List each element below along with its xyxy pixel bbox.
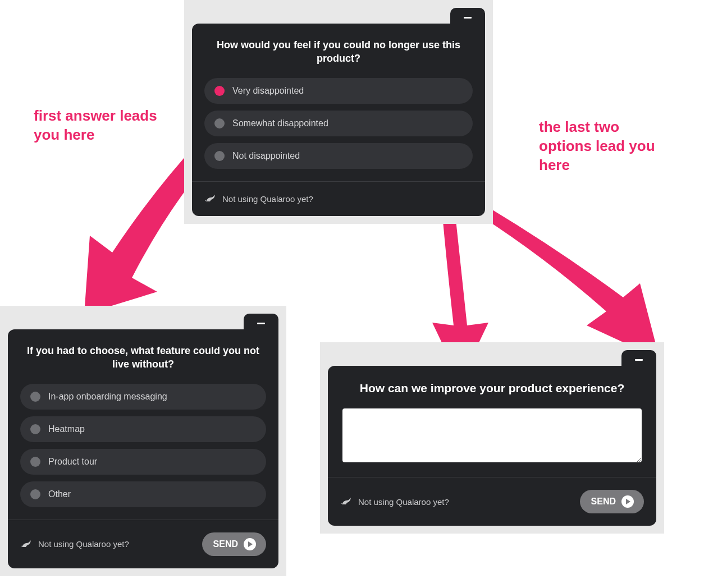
send-button[interactable]: SEND bbox=[202, 532, 266, 556]
option-label: Somewhat disappointed bbox=[232, 118, 328, 128]
option-not-disappointed[interactable]: Not disappointed bbox=[204, 143, 473, 169]
radio-icon bbox=[30, 489, 40, 499]
annotation-right-line1: the last two options lead you here bbox=[539, 118, 655, 173]
response-textarea[interactable] bbox=[342, 408, 642, 462]
footer-prompt[interactable]: Not using Qualaroo yet? bbox=[340, 497, 449, 507]
minimize-icon bbox=[257, 323, 265, 324]
option-label: Very disappointed bbox=[232, 86, 304, 96]
minimize-button[interactable] bbox=[450, 8, 485, 27]
footer-prompt-text: Not using Qualaroo yet? bbox=[358, 497, 449, 507]
survey-bottom-right-wrap: How can we improve your product experien… bbox=[320, 342, 664, 534]
option-product-tour[interactable]: Product tour bbox=[20, 449, 266, 475]
footer-prompt[interactable]: Not using Qualaroo yet? bbox=[20, 539, 129, 549]
survey-bottom-left-footer: Not using Qualaroo yet? SEND bbox=[8, 520, 278, 568]
survey-top-question: How would you feel if you could no longe… bbox=[204, 36, 473, 78]
survey-bottom-right-card: How can we improve your product experien… bbox=[328, 366, 656, 526]
send-button-label: SEND bbox=[213, 539, 238, 549]
annotation-left-line1: first answer leads you here bbox=[34, 107, 157, 143]
option-somewhat-disappointed[interactable]: Somewhat disappointed bbox=[204, 111, 473, 136]
survey-top-wrap: How would you feel if you could no longe… bbox=[184, 0, 493, 224]
radio-icon bbox=[30, 424, 40, 434]
survey-bottom-right-footer: Not using Qualaroo yet? SEND bbox=[328, 477, 656, 526]
option-very-disappointed[interactable]: Very disappointed bbox=[204, 78, 473, 104]
survey-top-body: How would you feel if you could no longe… bbox=[192, 24, 485, 181]
send-button-label: SEND bbox=[591, 497, 616, 507]
survey-bottom-left-wrap: If you had to choose, what feature could… bbox=[0, 306, 286, 576]
radio-icon bbox=[214, 86, 225, 96]
minimize-button[interactable] bbox=[244, 314, 278, 333]
annotation-right: the last two options lead you here bbox=[539, 118, 662, 174]
option-label: Product tour bbox=[48, 457, 97, 467]
play-icon bbox=[621, 495, 634, 508]
survey-top-card: How would you feel if you could no longe… bbox=[192, 24, 485, 216]
option-other[interactable]: Other bbox=[20, 481, 266, 507]
textarea-wrap bbox=[340, 408, 644, 465]
minimize-icon bbox=[635, 359, 643, 361]
survey-top-options: Very disappointed Somewhat disappointed … bbox=[204, 78, 473, 169]
radio-icon bbox=[30, 392, 40, 402]
footer-prompt-text: Not using Qualaroo yet? bbox=[38, 539, 129, 549]
footer-prompt[interactable]: Not using Qualaroo yet? bbox=[204, 194, 313, 204]
annotation-left: first answer leads you here bbox=[34, 107, 157, 145]
survey-top-footer: Not using Qualaroo yet? bbox=[192, 181, 485, 216]
survey-bottom-right-body: How can we improve your product experien… bbox=[328, 366, 656, 477]
minimize-icon bbox=[464, 17, 472, 19]
option-label: In-app onboarding messaging bbox=[48, 392, 167, 402]
footer-prompt-text: Not using Qualaroo yet? bbox=[222, 194, 313, 204]
kangaroo-icon bbox=[204, 194, 217, 203]
kangaroo-icon bbox=[20, 540, 33, 549]
option-label: Other bbox=[48, 489, 71, 499]
option-heatmap[interactable]: Heatmap bbox=[20, 416, 266, 442]
survey-bottom-left-question: If you had to choose, what feature could… bbox=[20, 342, 266, 384]
survey-bottom-left-body: If you had to choose, what feature could… bbox=[8, 329, 278, 520]
survey-bottom-left-options: In-app onboarding messaging Heatmap Prod… bbox=[20, 384, 266, 507]
option-label: Not disappointed bbox=[232, 151, 300, 161]
kangaroo-icon bbox=[340, 497, 353, 506]
play-icon bbox=[244, 538, 256, 550]
option-onboarding-messaging[interactable]: In-app onboarding messaging bbox=[20, 384, 266, 410]
send-button[interactable]: SEND bbox=[580, 490, 644, 513]
survey-bottom-left-card: If you had to choose, what feature could… bbox=[8, 329, 278, 568]
radio-icon bbox=[30, 457, 40, 467]
radio-icon bbox=[214, 151, 225, 161]
survey-bottom-right-question: How can we improve your product experien… bbox=[340, 378, 644, 408]
minimize-button[interactable] bbox=[621, 350, 656, 369]
option-label: Heatmap bbox=[48, 424, 85, 434]
radio-icon bbox=[214, 118, 225, 128]
